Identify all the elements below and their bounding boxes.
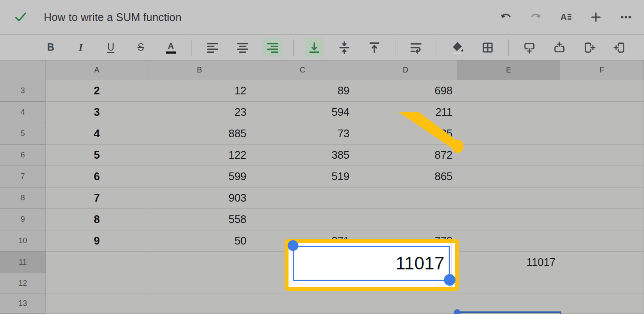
column-header-C[interactable]: C: [251, 60, 354, 80]
align-center-button[interactable]: [233, 38, 252, 57]
cell-F13[interactable]: [560, 293, 644, 314]
insert-column-right-button[interactable]: [580, 38, 599, 57]
cell-D5[interactable]: 125: [354, 123, 457, 145]
cell-A11[interactable]: [46, 252, 148, 273]
valign-top-button[interactable]: [365, 38, 384, 57]
cell-E3[interactable]: [457, 80, 560, 102]
cell-B7[interactable]: 599: [148, 166, 251, 187]
text-wrap-button[interactable]: [407, 38, 425, 57]
cell-A5[interactable]: 4: [46, 123, 148, 145]
cell-E13[interactable]: [457, 293, 560, 314]
cell-F4[interactable]: [560, 102, 644, 123]
cell-F11[interactable]: [560, 252, 644, 273]
row-header-11[interactable]: 11: [0, 252, 46, 273]
insert-row-below-button[interactable]: [520, 38, 539, 57]
borders-button[interactable]: [478, 38, 497, 57]
cell-B6[interactable]: 122: [148, 145, 251, 166]
cell-D8[interactable]: [354, 187, 457, 209]
cell-E6[interactable]: [457, 145, 560, 166]
row-header-6[interactable]: 6: [0, 145, 46, 166]
cell-D6[interactable]: 872: [354, 145, 457, 166]
undo-button[interactable]: [497, 9, 514, 26]
cell-A12[interactable]: [46, 273, 148, 293]
cell-B11[interactable]: [148, 252, 251, 273]
cell-E9[interactable]: [457, 209, 560, 230]
cell-F9[interactable]: [560, 209, 644, 230]
column-header-A[interactable]: A: [46, 60, 148, 80]
cell-E10[interactable]: [457, 230, 560, 252]
cell-B3[interactable]: 12: [148, 80, 251, 102]
cell-A4[interactable]: 3: [46, 102, 148, 123]
align-right-button[interactable]: [263, 38, 282, 57]
column-header-B[interactable]: B: [148, 60, 251, 80]
row-header-10[interactable]: 10: [0, 230, 46, 252]
cell-F7[interactable]: [560, 166, 644, 187]
cell-B4[interactable]: 23: [148, 102, 251, 123]
cell-B13[interactable]: [148, 293, 251, 314]
cell-C8[interactable]: [251, 187, 354, 209]
italic-button[interactable]: I: [71, 38, 90, 57]
add-button[interactable]: [587, 9, 605, 26]
cell-E11-selected[interactable]: 11017: [457, 252, 560, 273]
redo-button[interactable]: [527, 9, 544, 26]
cell-C6[interactable]: 385: [251, 145, 354, 166]
column-header-D[interactable]: D: [354, 60, 457, 80]
cell-E12[interactable]: [457, 273, 560, 293]
insert-row-above-button[interactable]: [550, 38, 569, 57]
cell-C9[interactable]: [251, 209, 354, 230]
cell-B12[interactable]: [148, 273, 251, 293]
row-header-4[interactable]: 4: [0, 102, 46, 123]
cell-D3[interactable]: 698: [354, 80, 457, 102]
cell-C4[interactable]: 594: [251, 102, 354, 123]
row-header-12[interactable]: 12: [0, 273, 46, 293]
cell-F6[interactable]: [560, 145, 644, 166]
cell-D13[interactable]: [354, 293, 457, 314]
row-header-3[interactable]: 3: [0, 80, 46, 102]
done-button[interactable]: [12, 9, 29, 26]
valign-bottom-button[interactable]: [305, 38, 324, 57]
underline-button[interactable]: U: [101, 38, 120, 57]
cell-A10[interactable]: 9: [46, 230, 148, 252]
cell-C5[interactable]: 73: [251, 123, 354, 145]
cell-B10[interactable]: 50: [148, 230, 251, 252]
text-format-button[interactable]: A: [557, 9, 574, 26]
cell-A8[interactable]: 7: [46, 187, 148, 209]
document-title[interactable]: How to write a SUM function: [44, 11, 182, 24]
cell-E5[interactable]: [457, 123, 560, 145]
row-header-5[interactable]: 5: [0, 123, 46, 145]
cell-E4[interactable]: [457, 102, 560, 123]
align-left-button[interactable]: [203, 38, 222, 57]
cell-A3[interactable]: 2: [46, 80, 148, 102]
cell-E7[interactable]: [457, 166, 560, 187]
cell-A7[interactable]: 6: [46, 166, 148, 187]
cell-E8[interactable]: [457, 187, 560, 209]
column-header-F[interactable]: F: [560, 60, 644, 80]
cell-C7[interactable]: 519: [251, 166, 354, 187]
cell-D4[interactable]: 211: [354, 102, 457, 123]
row-header-9[interactable]: 9: [0, 209, 46, 230]
column-header-E[interactable]: E: [457, 60, 560, 80]
cell-D7[interactable]: 865: [354, 166, 457, 187]
insert-column-left-button[interactable]: [610, 38, 629, 57]
selection-handle-top-left[interactable]: [454, 309, 461, 314]
cell-F5[interactable]: [560, 123, 644, 145]
cell-F10[interactable]: [560, 230, 644, 252]
cell-D9[interactable]: [354, 209, 457, 230]
valign-middle-button[interactable]: [335, 38, 354, 57]
cell-B8[interactable]: 903: [148, 187, 251, 209]
cell-C13[interactable]: [251, 293, 354, 314]
cell-C3[interactable]: 89: [251, 80, 354, 102]
strikethrough-button[interactable]: S: [131, 38, 150, 57]
cell-F3[interactable]: [560, 80, 644, 102]
cell-B9[interactable]: 558: [148, 209, 251, 230]
corner-cell[interactable]: [0, 60, 46, 80]
text-color-button[interactable]: A: [161, 38, 180, 57]
fill-color-button[interactable]: [448, 38, 467, 57]
row-header-13[interactable]: 13: [0, 293, 46, 314]
cell-A6[interactable]: 5: [46, 145, 148, 166]
cell-F12[interactable]: [560, 273, 644, 293]
cell-A9[interactable]: 8: [46, 209, 148, 230]
cell-A13[interactable]: [46, 293, 148, 314]
more-options-button[interactable]: [617, 9, 635, 26]
cell-F8[interactable]: [560, 187, 644, 209]
